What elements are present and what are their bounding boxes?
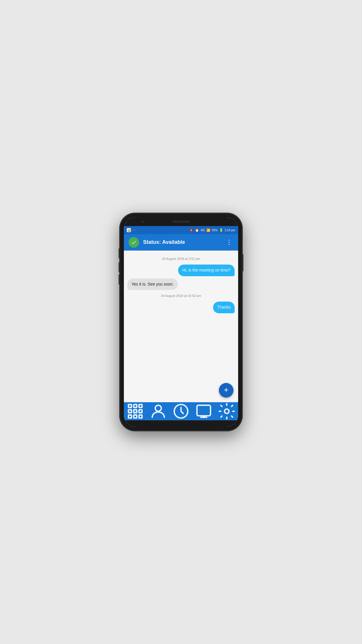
plus-icon: + [224, 386, 229, 394]
svg-rect-0 [129, 405, 131, 407]
more-options-button[interactable]: ⋮ [225, 237, 233, 247]
phone-screen: 🔔 🔇 ⏰ 4G 📶 95% 🔋 3:14 pm Status: Availab… [124, 217, 238, 427]
signal-icon: 📶 [206, 228, 210, 232]
settings-icon [218, 402, 236, 420]
app-header: Status: Available ⋮ [124, 234, 238, 251]
network-type: 4G [201, 228, 205, 232]
svg-rect-11 [197, 405, 211, 416]
svg-rect-5 [139, 410, 142, 413]
nav-history[interactable] [170, 402, 192, 420]
checkmark-icon [131, 239, 137, 245]
svg-point-9 [155, 405, 161, 411]
sent-message-1: Hi, is the meeting on time? [178, 265, 235, 276]
svg-rect-1 [134, 405, 137, 407]
timestamp-1: 23 August 2018 at 3:52 pm [127, 257, 235, 260]
svg-rect-7 [134, 415, 137, 418]
sent-message-2: Thanks [213, 302, 235, 313]
nav-settings[interactable] [215, 402, 238, 420]
notification-icon: 🔔 [127, 228, 131, 232]
status-avatar [129, 237, 139, 248]
nav-apps[interactable] [124, 402, 147, 420]
svg-rect-3 [129, 410, 131, 413]
battery-icon: 🔋 [219, 228, 223, 232]
nav-messages[interactable] [192, 402, 215, 420]
svg-rect-4 [134, 410, 137, 413]
status-bar-right: 🔇 ⏰ 4G 📶 95% 🔋 3:14 pm [189, 228, 235, 232]
phone-top-bar [124, 217, 238, 226]
time-display: 3:14 pm [225, 229, 235, 232]
compose-fab-button[interactable]: + [219, 383, 233, 398]
svg-rect-6 [129, 415, 131, 418]
chat-area: 23 August 2018 at 3:52 pm Hi, is the mee… [124, 251, 238, 402]
svg-point-12 [224, 409, 229, 414]
apps-icon [126, 402, 144, 420]
contacts-icon [149, 402, 167, 420]
nav-contacts[interactable] [147, 402, 169, 420]
status-bar-left: 🔔 [127, 228, 136, 232]
messages-icon [195, 402, 213, 420]
phone-device: 🔔 🔇 ⏰ 4G 📶 95% 🔋 3:14 pm Status: Availab… [120, 213, 242, 431]
status-bar: 🔔 🔇 ⏰ 4G 📶 95% 🔋 3:14 pm [124, 226, 238, 234]
mute-icon: 🔇 [189, 228, 194, 232]
notif-text [132, 230, 136, 230]
svg-rect-2 [139, 405, 142, 407]
phone-bottom-bar [124, 420, 238, 427]
alarm-icon: ⏰ [195, 228, 199, 232]
speaker-slot [172, 220, 190, 223]
header-title: Status: Available [143, 239, 225, 245]
battery-percent: 95% [212, 229, 218, 232]
history-icon [172, 402, 190, 420]
bottom-nav [124, 402, 238, 420]
received-message-1: Yes it is. See you soon. [127, 279, 178, 290]
camera-dot [141, 220, 144, 223]
svg-rect-8 [139, 415, 142, 418]
timestamp-2: 24 August 2018 at 10:53 am [127, 294, 235, 298]
